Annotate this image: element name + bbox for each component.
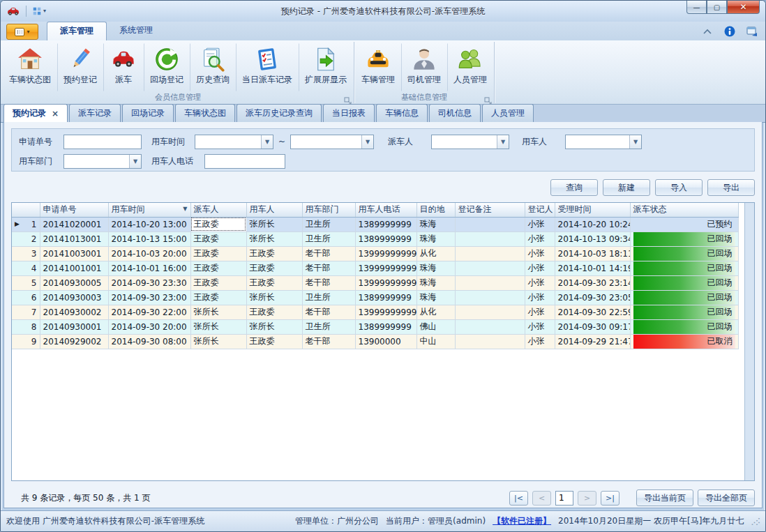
ribbon-button[interactable]: 派车 (103, 43, 144, 91)
dispatch-status-cell[interactable]: 已回场 (630, 319, 738, 334)
collapse-ribbon-icon[interactable] (701, 25, 714, 38)
close-button[interactable]: ✕ (727, 1, 760, 14)
info-icon[interactable] (723, 25, 736, 38)
ribbon-tab-inactive[interactable]: 系统管理 (107, 22, 165, 40)
table-cell[interactable]: 2014-10-20 13:00 (108, 217, 190, 231)
dialog-launcher-icon[interactable] (344, 94, 352, 102)
column-header[interactable]: 用车部门 (302, 203, 355, 217)
ribbon-button[interactable]: 人员管理 (447, 43, 493, 91)
grid-vertical-scrollbar[interactable] (744, 203, 754, 480)
doc-tab[interactable]: 派车历史记录查询 (236, 104, 322, 122)
table-cell[interactable]: 13900000 (355, 334, 416, 349)
doc-tab[interactable]: 人员管理 (482, 104, 534, 122)
last-page-button[interactable]: >| (601, 491, 619, 506)
table-cell[interactable]: 2014-10-03 18:11 (555, 246, 630, 261)
table-cell[interactable]: 中山 (416, 334, 455, 349)
table-cell[interactable]: 小张 (525, 275, 555, 290)
car-user-dropdown[interactable]: ▼ (565, 135, 642, 149)
prev-page-button[interactable]: < (532, 491, 551, 506)
doc-tab[interactable]: 司机信息 (429, 104, 481, 122)
dispatch-status-cell[interactable]: 已回场 (630, 261, 738, 275)
table-cell[interactable]: 王政委 (246, 275, 302, 290)
export-all-pages-button[interactable]: 导出全部页 (698, 489, 755, 506)
column-header[interactable]: 登记备注 (455, 203, 525, 217)
table-cell[interactable]: 2014-09-30 22:00 (108, 305, 190, 319)
use-time-from-dropdown[interactable]: ▼ (195, 135, 273, 149)
ribbon-button[interactable]: 预约登记 (57, 43, 103, 91)
table-cell[interactable]: 老干部 (302, 261, 355, 275)
quick-access-toolbar-button[interactable]: ▾ (30, 6, 48, 17)
use-time-to-dropdown[interactable]: ▼ (290, 135, 374, 149)
table-cell[interactable]: 卫生所 (302, 231, 355, 246)
table-cell[interactable]: 珠海 (416, 275, 455, 290)
table-cell[interactable]: 从化 (416, 305, 455, 319)
table-cell[interactable]: 小张 (525, 334, 555, 349)
table-row[interactable]: 3201410030012014-10-03 20:00王政委王政委老干部139… (12, 246, 738, 261)
ribbon-button[interactable]: 扩展屏显示 (299, 43, 353, 91)
doc-tab[interactable]: 车辆信息 (376, 104, 428, 122)
ribbon-button[interactable]: 司机管理 (401, 43, 447, 91)
table-cell[interactable]: 张所长 (190, 334, 246, 349)
dispatch-status-cell[interactable]: 已回场 (630, 305, 738, 319)
table-cell[interactable]: 张所长 (190, 319, 246, 334)
table-cell[interactable]: 老干部 (302, 275, 355, 290)
next-page-button[interactable]: > (578, 491, 596, 506)
table-cell[interactable]: 2014-10-01 14:19 (555, 261, 630, 275)
table-cell[interactable]: 王政委 (190, 246, 246, 261)
table-cell[interactable]: 张所长 (246, 217, 302, 231)
column-header[interactable]: 派车人 (190, 203, 246, 217)
table-cell[interactable]: 2014-10-03 20:00 (108, 246, 190, 261)
table-cell[interactable]: 从化 (416, 246, 455, 261)
department-dropdown[interactable]: ▼ (63, 154, 142, 169)
table-cell[interactable]: 小张 (525, 261, 555, 275)
table-row[interactable]: ▶1201410200012014-10-20 13:00王政委张所长卫生所13… (12, 217, 738, 231)
table-cell[interactable]: 2014-10-13 15:00 (108, 231, 190, 246)
column-header[interactable]: 用车人 (246, 203, 302, 217)
resize-grip-icon[interactable]: ⡠⡪ (751, 517, 760, 525)
doc-tab[interactable]: 当日报表 (323, 104, 375, 122)
ribbon-tab-active[interactable]: 派车管理 (47, 22, 107, 40)
ribbon-button[interactable]: 当日派车记录 (236, 43, 299, 91)
table-cell[interactable]: 老干部 (302, 305, 355, 319)
table-cell[interactable]: 张所长 (246, 319, 302, 334)
table-cell[interactable]: 13999999999 (355, 305, 416, 319)
table-cell[interactable]: 2014-10-13 09:34 (555, 231, 630, 246)
table-cell[interactable]: 卫生所 (302, 290, 355, 305)
table-cell[interactable]: 20140930001 (40, 319, 108, 334)
table-cell[interactable]: 小张 (525, 246, 555, 261)
table-cell[interactable]: 2014-10-01 16:00 (108, 261, 190, 275)
phone-input[interactable] (204, 154, 285, 169)
table-cell[interactable] (455, 217, 525, 231)
table-cell[interactable]: 珠海 (416, 261, 455, 275)
table-cell[interactable]: 20140930003 (40, 290, 108, 305)
table-cell[interactable] (455, 290, 525, 305)
doc-tab[interactable]: 预约记录× (3, 104, 68, 123)
doc-tab[interactable]: 车辆状态图 (175, 104, 235, 122)
table-cell[interactable]: 2014-09-30 22:59 (555, 305, 630, 319)
export-current-page-button[interactable]: 导出当前页 (636, 489, 693, 506)
table-row[interactable]: 5201409300052014-09-30 23:30王政委王政委老干部139… (12, 275, 738, 290)
dispatch-status-cell[interactable]: 已回场 (630, 275, 738, 290)
table-cell[interactable]: 2014-09-30 23:00 (108, 290, 190, 305)
table-row[interactable]: 2201410130012014-10-13 15:00王政委张所长卫生所138… (12, 231, 738, 246)
column-header[interactable]: 目的地 (416, 203, 455, 217)
table-cell[interactable]: 1389999999 (355, 290, 416, 305)
table-row[interactable]: 9201409290022014-09-30 08:00张所长王政委老干部139… (12, 334, 738, 349)
table-cell[interactable]: 卫生所 (302, 217, 355, 231)
skin-select-icon[interactable] (746, 25, 758, 38)
dispatch-status-cell[interactable]: 已回场 (630, 231, 738, 246)
table-cell[interactable]: 王政委 (190, 261, 246, 275)
table-cell[interactable]: 王政委 (246, 261, 302, 275)
table-cell[interactable]: 小张 (525, 305, 555, 319)
table-cell[interactable] (455, 231, 525, 246)
table-cell[interactable]: 20140929002 (40, 334, 108, 349)
table-cell[interactable]: 13999999999 (355, 246, 416, 261)
table-cell[interactable]: 小张 (525, 231, 555, 246)
table-cell[interactable]: 王政委 (246, 305, 302, 319)
dispatch-status-cell[interactable]: 已取消 (630, 334, 738, 349)
table-cell[interactable]: 小张 (525, 217, 555, 231)
first-page-button[interactable]: |< (509, 491, 528, 506)
new-button[interactable]: 新建 (603, 179, 650, 196)
export-button[interactable]: 导出 (707, 179, 755, 196)
column-header[interactable]: 派车状态 (630, 203, 738, 217)
